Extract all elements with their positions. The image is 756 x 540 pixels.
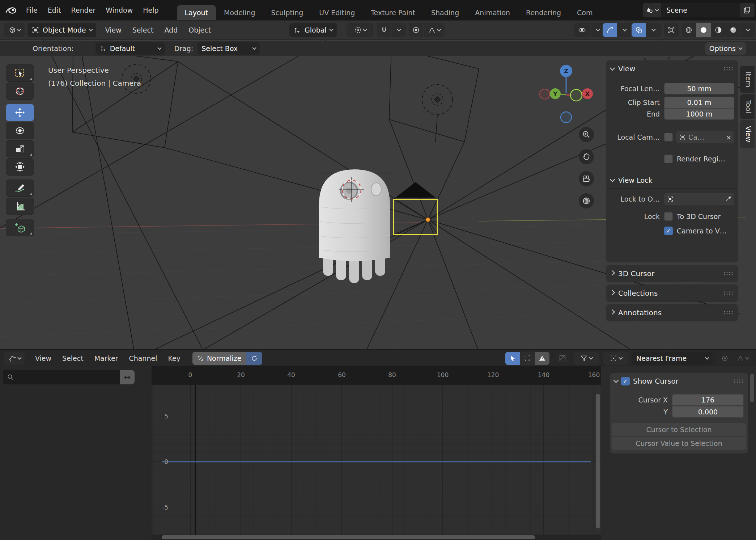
workspace-tab-modeling[interactable]: Modeling — [216, 5, 263, 20]
shading-wireframe-button[interactable] — [681, 23, 696, 37]
show-cursor-header[interactable]: Show Cursor — [610, 373, 748, 389]
menu-edit[interactable]: Edit — [43, 0, 66, 20]
panel-collections[interactable]: Collections — [606, 285, 738, 301]
workspace-tab-uv-editing[interactable]: UV Editing — [311, 5, 363, 20]
proportional-falloff-dropdown[interactable] — [424, 23, 445, 37]
robot-mesh-object[interactable] — [319, 169, 390, 283]
frame-ruler[interactable]: 0 20 40 60 80 100 120 140 160 — [152, 366, 601, 385]
workspace-tab-rendering[interactable]: Rendering — [518, 5, 569, 20]
add-cube-tool[interactable] — [6, 219, 34, 236]
snap-toggle-button[interactable] — [377, 23, 391, 37]
cursor-x-field[interactable]: 176 — [672, 394, 744, 406]
ge-menu-select[interactable]: Select — [57, 350, 89, 367]
new-scene-button[interactable] — [740, 3, 755, 17]
clip-start-field[interactable]: 0.01 m — [664, 97, 734, 108]
proportional-edit-toggle[interactable] — [409, 23, 423, 37]
clear-object-icon[interactable]: × — [726, 134, 731, 141]
navigation-gizmo[interactable]: Y X Z — [540, 65, 593, 123]
graph-editor-type-button[interactable] — [4, 352, 25, 365]
camera-to-view-checkbox[interactable] — [664, 227, 673, 235]
panel-grip-icon[interactable] — [723, 67, 734, 71]
options-dropdown[interactable]: Options — [705, 42, 746, 55]
panel-grip-icon[interactable] — [723, 311, 734, 315]
focal-length-field[interactable]: 50 mm — [664, 83, 734, 94]
clip-end-field[interactable]: 1000 m — [664, 108, 734, 120]
ge-falloff-dropdown[interactable] — [732, 352, 753, 365]
scale-tool[interactable] — [6, 140, 34, 157]
local-camera-object-field[interactable]: Ca… × — [676, 131, 734, 143]
blender-logo-icon[interactable] — [5, 5, 17, 15]
view-lock-header[interactable]: View Lock — [606, 172, 738, 188]
cursor-y-field[interactable]: 0.000 — [672, 406, 744, 418]
workspace-tab-compositing[interactable]: Com — [569, 5, 600, 20]
transform-orientation-dropdown[interactable]: Global — [289, 23, 337, 37]
sidebar-tab-item[interactable]: Item — [740, 66, 755, 93]
horizontal-scrollbar-thumb[interactable] — [162, 535, 535, 539]
ge-proportional-toggle[interactable] — [718, 352, 732, 365]
sidebar-scrollbar[interactable] — [750, 374, 754, 402]
pivot-point-graph-dropdown[interactable] — [603, 352, 629, 365]
local-camera-checkbox[interactable] — [664, 133, 673, 142]
menu-file[interactable]: File — [21, 0, 43, 20]
vp-menu-view[interactable]: View — [100, 21, 127, 39]
menu-window[interactable]: Window — [101, 0, 138, 20]
auto-normalize-refresh-toggle[interactable] — [246, 352, 262, 365]
menu-render[interactable]: Render — [66, 0, 101, 20]
view-panel-header[interactable]: View — [606, 61, 738, 77]
horizontal-scrollbar-track[interactable] — [152, 535, 601, 540]
measure-tool[interactable] — [6, 198, 34, 215]
shading-rendered-button[interactable] — [726, 23, 740, 37]
to-3d-cursor-checkbox[interactable] — [664, 212, 673, 221]
show-errors-toggle[interactable] — [535, 352, 549, 365]
editor-type-button[interactable] — [4, 23, 25, 37]
gizmo-neg-x-ball[interactable] — [540, 89, 550, 99]
workspace-tab-texture-paint[interactable]: Texture Paint — [363, 5, 423, 20]
filter-dropdown[interactable] — [574, 352, 599, 365]
orientation-default-dropdown[interactable]: Default — [95, 42, 165, 55]
overlays-chevron[interactable] — [646, 23, 661, 37]
render-region-checkbox[interactable] — [664, 155, 673, 163]
box-select-mode-button[interactable] — [520, 352, 535, 365]
move-tool[interactable] — [6, 104, 34, 121]
channel-region[interactable]: ↔ — [0, 366, 152, 540]
pivot-point-dropdown[interactable] — [347, 23, 373, 37]
drag-mode-dropdown[interactable]: Select Box — [198, 42, 260, 55]
rotate-tool[interactable] — [6, 122, 34, 139]
show-gizmos-toggle[interactable] — [603, 23, 617, 37]
xray-toggle[interactable] — [664, 23, 679, 37]
panel-grip-icon[interactable] — [723, 271, 734, 276]
toggle-perspective-button[interactable] — [579, 193, 594, 208]
scene-name-field[interactable]: Scene — [661, 3, 740, 17]
panel-grip-icon[interactable] — [734, 379, 744, 383]
cursor-value-to-selection-button[interactable]: Cursor Value to Selection — [612, 437, 746, 450]
ge-menu-view[interactable]: View — [30, 350, 57, 367]
menu-help[interactable]: Help — [138, 0, 163, 20]
panel-annotations[interactable]: Annotations — [606, 304, 738, 321]
lock-to-object-field[interactable] — [664, 193, 734, 205]
ghost-curves-button[interactable] — [555, 352, 570, 365]
workspace-tab-layout[interactable]: Layout — [177, 5, 216, 20]
workspace-tab-shading[interactable]: Shading — [423, 5, 467, 20]
zoom-button[interactable] — [579, 127, 594, 142]
cursor-tool[interactable] — [6, 83, 34, 100]
shading-solid-button[interactable] — [696, 23, 711, 37]
snap-options-dropdown[interactable] — [392, 23, 406, 37]
shading-material-button[interactable] — [711, 23, 726, 37]
vertical-scrollbar[interactable] — [596, 394, 600, 528]
cursor-to-selection-button[interactable]: Cursor to Selection — [612, 423, 746, 436]
search-input[interactable] — [3, 370, 120, 384]
transform-tool[interactable] — [6, 158, 34, 176]
select-box-tool[interactable] — [6, 64, 34, 82]
vp-menu-select[interactable]: Select — [127, 21, 159, 39]
ge-menu-channel[interactable]: Channel — [123, 350, 162, 367]
annotate-tool[interactable] — [6, 180, 34, 197]
ge-menu-marker[interactable]: Marker — [89, 350, 124, 367]
gizmo-pos-y-ball[interactable] — [570, 89, 582, 101]
vp-menu-add[interactable]: Add — [159, 21, 183, 39]
filter-expand-button[interactable]: ↔ — [120, 370, 135, 384]
camera-view-button[interactable] — [579, 171, 594, 186]
sidebar-tab-tool[interactable]: Tool — [740, 94, 755, 119]
graph-plot-area[interactable]: 5 0 -5 — [152, 385, 601, 540]
scene-browse-button[interactable] — [643, 3, 661, 17]
vp-menu-object[interactable]: Object — [183, 21, 216, 39]
